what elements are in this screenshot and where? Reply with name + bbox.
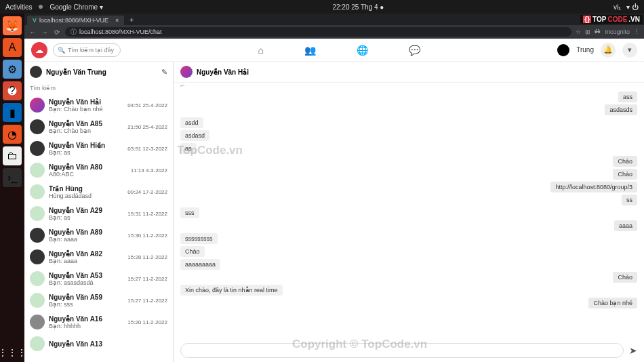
message-outgoing: ass — [180, 92, 637, 102]
conversation-name: Nguyễn Văn A16 — [49, 315, 123, 323]
message-outgoing: Chào — [180, 156, 637, 167]
message-incoming: Chào — [180, 246, 637, 257]
me-avatar[interactable] — [30, 66, 42, 78]
conversation-item[interactable]: Nguyễn Văn A85 Bạn: Chào bạn 21:50 25-4-… — [24, 116, 173, 138]
conversation-item[interactable]: Nguyễn Văn Hiền Bạn: as 03:51 12-3-2022 — [24, 138, 173, 159]
message-input[interactable] — [180, 343, 624, 358]
tab-title: localhost:8080/MXH-VUE — [39, 17, 108, 24]
dock-tool-icon[interactable]: ⚙ — [3, 60, 22, 79]
conversation-item[interactable]: Nguyễn Văn A59 Bạn: sss 15:27 11-2-2022 — [24, 289, 173, 311]
friends-icon[interactable]: 👥 — [304, 45, 316, 56]
message-bubble[interactable]: Chào — [180, 246, 205, 257]
notifications-icon[interactable]: 🔔 — [601, 43, 616, 58]
message-bubble[interactable]: Xin chào, đây là tin nhắn real time — [180, 285, 283, 296]
conversation-item[interactable]: Nguyễn Văn A53 Bạn: asasdasdá 15:27 11-2… — [24, 268, 173, 289]
message-bubble[interactable]: Chào — [613, 272, 637, 283]
message-incoming: as — [180, 143, 637, 154]
dock-help-icon[interactable]: ? — [3, 81, 22, 100]
message-bubble[interactable]: ass — [618, 92, 637, 102]
lang-indicator[interactable]: vi₁ — [613, 3, 621, 11]
conversation-item[interactable]: Nguyễn Văn A29 Bạn: as 15:31 11-2-2022 — [24, 203, 173, 224]
extensions-icon[interactable]: ⊞ — [585, 28, 590, 35]
conversation-preview: Bạn: hhhhh — [49, 323, 123, 329]
dock-firefox-icon[interactable]: 🦊 — [3, 16, 22, 35]
network-icon[interactable]: ▾ ⏻ — [626, 3, 639, 11]
message-bubble[interactable]: as — [180, 143, 197, 154]
conversation-item[interactable]: Nguyễn Văn A89 Bạn: aaaa 15:30 11-2-2022 — [24, 224, 173, 246]
dock-ubuntu-icon[interactable]: ◔ — [3, 125, 22, 144]
conversation-name: Trần Hùng — [49, 185, 123, 193]
message-bubble[interactable]: aaaaaaaaa — [180, 259, 220, 270]
message-bubble[interactable]: Chào bạn nhé — [588, 298, 637, 308]
message-outgoing: asdasds — [180, 104, 637, 115]
home-icon[interactable]: ⌂ — [258, 45, 263, 56]
back-icon[interactable]: ← — [28, 28, 37, 36]
dock-files-icon[interactable]: 🗀 — [3, 146, 22, 165]
site-info-icon[interactable]: ⓘ — [71, 28, 77, 37]
menu-icon[interactable]: ⋮ — [634, 28, 640, 35]
browser-tab[interactable]: V localhost:8080/MXH-VUE × — [27, 16, 124, 25]
os-clock[interactable]: 22:20 25 Thg 4 ● — [103, 3, 613, 11]
conversation-name: Nguyễn Văn A82 — [49, 250, 123, 258]
me-name: Nguyễn Văn Trung — [46, 68, 157, 76]
star-icon[interactable]: ☆ — [576, 28, 581, 35]
dock-software-icon[interactable]: A — [3, 38, 22, 57]
message-bubble[interactable]: asdasd — [180, 130, 209, 141]
dock-apps-grid-icon[interactable]: ⋮⋮⋮ — [0, 347, 26, 358]
compose-icon[interactable]: ✎ — [161, 68, 167, 77]
conversation-name: Nguyễn Văn A59 — [49, 294, 123, 301]
message-bubble[interactable]: asdasds — [605, 104, 637, 115]
app-logo-icon[interactable]: ☁ — [31, 42, 47, 58]
message-bubble[interactable]: ss — [622, 195, 637, 205]
conversation-time: 15:28 11-2-2022 — [127, 254, 167, 260]
user-name-label[interactable]: Trung — [576, 46, 594, 54]
search-placeholder: Tìm kiếm tại đây — [68, 47, 114, 54]
reply-indicator-icon: ⤺ — [180, 83, 644, 89]
conversation-time: 03:51 12-3-2022 — [127, 146, 167, 152]
conversation-item[interactable]: Nguyễn Văn Hải Bạn: Chào bạn nhé 04:51 2… — [24, 94, 173, 116]
app-indicator[interactable]: Google Chrome ▾ — [49, 3, 102, 11]
conversation-item[interactable]: Nguyễn Văn A82 Bạn: aaaa 15:28 11-2-2022 — [24, 246, 173, 268]
messages-scroll[interactable]: assasdasdsasddasdasdasChàoChàohttp://loc… — [174, 89, 644, 339]
message-bubble[interactable]: sss — [180, 207, 199, 218]
conversation-item[interactable]: Nguyễn Văn A13 — [24, 333, 173, 355]
reload-icon[interactable]: ⟳ — [53, 28, 61, 36]
message-incoming: asdasd — [180, 130, 637, 141]
incognito-label: Incognito — [605, 28, 630, 35]
conversation-preview: Bạn: asasdasdá — [49, 279, 123, 286]
message-bubble[interactable]: asdd — [180, 117, 203, 128]
messages-icon[interactable]: 💬 — [409, 45, 420, 56]
conversation-preview: Hùng:asdádasd — [49, 193, 123, 199]
message-outgoing: Chào — [180, 272, 637, 283]
conversation-preview: Bạn: sss — [49, 301, 123, 308]
message-bubble[interactable]: Chào — [613, 156, 637, 167]
global-search-input[interactable]: 🔍 Tìm kiếm tại đây — [53, 43, 121, 57]
ubuntu-dock: 🦊 A ⚙ ? ▮ ◉ ◔ 🗀 ›_ ⋮⋮⋮ — [0, 14, 24, 362]
app-page: ☁ 🔍 Tìm kiếm tại đây ⌂ 👥 🌐 💬 Trung 🔔 ▾ — [24, 39, 644, 362]
new-tab-button[interactable]: + — [129, 16, 134, 24]
conversation-avatar — [30, 228, 45, 243]
message-bubble[interactable]: Chào — [613, 169, 637, 180]
user-avatar[interactable] — [557, 44, 569, 56]
address-bar[interactable]: ⓘ localhost:8080/MXH-VUE/chat — [65, 27, 571, 37]
message-bubble[interactable]: sssssssss — [180, 233, 218, 244]
message-bubble[interactable]: aaaa — [614, 220, 637, 231]
send-icon[interactable]: ➤ — [629, 345, 637, 356]
dock-vscode-icon[interactable]: ▮ — [3, 103, 22, 122]
badge-top: TOP — [592, 16, 606, 23]
sidebar-search-input[interactable]: Tìm kiếm — [24, 82, 173, 94]
conversation-item[interactable]: Nguyễn Văn A80 A80:ABC 11:13 4-3-2022 — [24, 159, 173, 181]
composer: ➤ — [174, 339, 644, 362]
conversation-preview: Bạn: aaaa — [49, 236, 123, 243]
conversation-item[interactable]: Nguyễn Văn A16 Bạn: hhhhh 15:20 11-2-202… — [24, 311, 173, 333]
sidebar-header: Nguyễn Văn Trung ✎ — [24, 62, 173, 82]
conversation-item[interactable]: Trần Hùng Hùng:asdádasd 09:24 17-2-2022 — [24, 181, 173, 203]
dock-terminal-icon[interactable]: ›_ — [3, 168, 22, 187]
partner-avatar[interactable] — [180, 66, 193, 78]
globe-icon[interactable]: 🌐 — [357, 45, 368, 56]
chrome-indicator-icon — [39, 5, 43, 9]
tab-close-icon[interactable]: × — [115, 17, 119, 24]
activities-label[interactable]: Activities — [5, 3, 32, 11]
message-bubble[interactable]: http://localhost:8080/group/3 — [550, 182, 637, 193]
account-menu-icon[interactable]: ▾ — [622, 43, 637, 58]
